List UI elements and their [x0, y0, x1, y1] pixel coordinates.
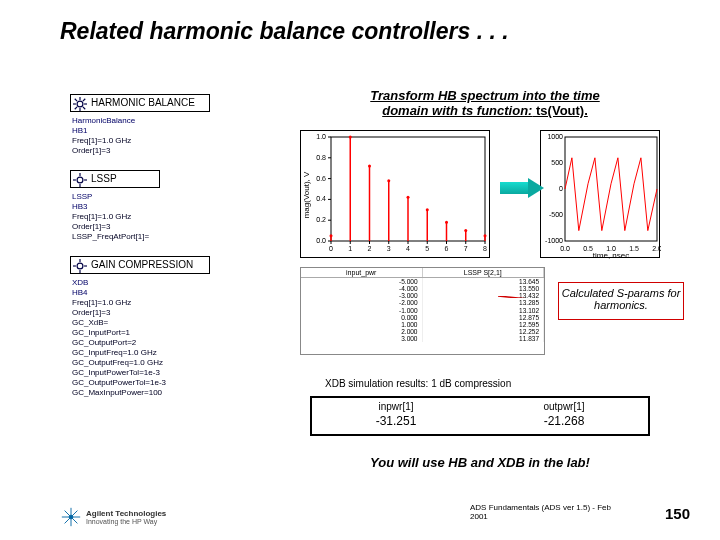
table-cell: 12.252 — [423, 328, 544, 335]
table-cell: 1.000 — [301, 321, 422, 328]
table-cell: 13.550 — [423, 285, 544, 292]
hb-controller-box: HARMONIC BALANCE — [70, 94, 210, 112]
svg-point-51 — [330, 234, 333, 237]
svg-point-14 — [77, 263, 83, 269]
table-cell: -5.000 — [301, 278, 422, 285]
svg-text:0.0: 0.0 — [560, 245, 570, 252]
lssp-params: LSSP HB3 Freq[1]=1.0 GHz Order[1]=3 LSSP… — [72, 192, 149, 242]
svg-text:8: 8 — [483, 245, 487, 252]
agilent-logo: Agilent Technologies Innovating the HP W… — [60, 506, 166, 528]
svg-text:5: 5 — [425, 245, 429, 252]
table-cell: -2.000 — [301, 299, 422, 306]
svg-line-8 — [75, 107, 77, 109]
callout-connector — [498, 296, 558, 298]
table-cell: 0.000 — [301, 314, 422, 321]
time-chart: -1000-500050010000.00.51.01.52.0time, ns… — [540, 130, 660, 258]
svg-text:0.8: 0.8 — [316, 154, 326, 161]
svg-text:0: 0 — [329, 245, 333, 252]
starburst-icon — [60, 506, 82, 528]
lssp-table: input_pwr LSSP S[2,1] -5.000-4.000-3.000… — [300, 267, 545, 355]
svg-point-9 — [77, 177, 83, 183]
xdb-in-value: -31.251 — [312, 414, 480, 428]
svg-text:1.5: 1.5 — [629, 245, 639, 252]
gear-icon — [73, 259, 87, 273]
svg-line-81 — [498, 296, 558, 298]
gear-icon — [73, 97, 87, 111]
table-cell: 13.102 — [423, 307, 544, 314]
svg-text:0.2: 0.2 — [316, 216, 326, 223]
svg-point-63 — [445, 221, 448, 224]
table-cell: 13.285 — [423, 299, 544, 306]
table-cell: 12.875 — [423, 314, 544, 321]
svg-text:7: 7 — [464, 245, 468, 252]
subtitle: Transform HB spectrum into the time doma… — [315, 88, 655, 118]
svg-text:0: 0 — [559, 185, 563, 192]
spectrum-chart: 0.00.20.40.60.81.0012345678mag(Vout), V — [300, 130, 490, 258]
slide-title: Related harmonic balance controllers . .… — [60, 18, 509, 45]
svg-point-67 — [484, 234, 487, 237]
svg-text:3: 3 — [387, 245, 391, 252]
svg-text:2: 2 — [368, 245, 372, 252]
svg-text:0.5: 0.5 — [583, 245, 593, 252]
table-cell: -1.000 — [301, 307, 422, 314]
lssp-controller-box: LSSP — [70, 170, 160, 188]
svg-point-65 — [464, 229, 467, 232]
svg-line-7 — [83, 99, 85, 101]
svg-point-55 — [368, 165, 371, 168]
callout-box: Calculated S-params for harmonics. — [558, 282, 684, 320]
table-cell: 3.000 — [301, 335, 422, 342]
lab-note: You will use HB and XDB in the lab! — [300, 455, 660, 470]
svg-text:-1000: -1000 — [545, 237, 563, 244]
gc-params: XDB HB4 Freq[1]=1.0 GHz Order[1]=3 GC_Xd… — [72, 278, 166, 398]
svg-text:1000: 1000 — [547, 133, 563, 140]
svg-point-61 — [426, 208, 429, 211]
svg-text:mag(Vout), V: mag(Vout), V — [302, 171, 311, 218]
xdb-out-value: -21.268 — [480, 414, 648, 428]
table-cell: -4.000 — [301, 285, 422, 292]
svg-text:6: 6 — [445, 245, 449, 252]
footer-text: ADS Fundamentals (ADS ver 1.5) - Feb 200… — [470, 504, 630, 522]
xdb-caption: XDB simulation results: 1 dB compression — [325, 378, 511, 389]
table-cell: 2.000 — [301, 328, 422, 335]
page-number: 150 — [665, 505, 690, 522]
xdb-in-label: inpwr[1] — [312, 401, 480, 412]
gear-icon — [73, 173, 87, 187]
table-header: input_pwr — [301, 268, 423, 277]
svg-text:4: 4 — [406, 245, 410, 252]
svg-text:time, nsec: time, nsec — [593, 251, 629, 259]
hb-params: HarmonicBalance HB1 Freq[1]=1.0 GHz Orde… — [72, 116, 135, 156]
svg-text:1.0: 1.0 — [316, 133, 326, 140]
table-header: LSSP S[2,1] — [423, 268, 545, 277]
svg-text:0.4: 0.4 — [316, 195, 326, 202]
table-cell: 12.595 — [423, 321, 544, 328]
svg-line-5 — [75, 99, 77, 101]
svg-point-57 — [387, 179, 390, 182]
xdb-result-box: inpwr[1] -31.251 outpwr[1] -21.268 — [310, 396, 650, 436]
svg-point-59 — [407, 196, 410, 199]
svg-text:-500: -500 — [549, 211, 563, 218]
gc-controller-box: GAIN COMPRESSION — [70, 256, 210, 274]
svg-text:500: 500 — [551, 159, 563, 166]
svg-text:1: 1 — [348, 245, 352, 252]
svg-text:0.6: 0.6 — [316, 175, 326, 182]
table-cell: 11.837 — [423, 335, 544, 342]
svg-point-53 — [349, 136, 352, 139]
svg-point-0 — [77, 101, 83, 107]
lssp-box-label: LSSP — [91, 173, 117, 184]
svg-text:2.0: 2.0 — [652, 245, 661, 252]
gc-box-label: GAIN COMPRESSION — [91, 259, 193, 270]
xdb-out-label: outpwr[1] — [480, 401, 648, 412]
hb-box-label: HARMONIC BALANCE — [91, 97, 195, 108]
svg-line-6 — [83, 107, 85, 109]
table-cell: 13.645 — [423, 278, 544, 285]
arrow-icon — [500, 178, 544, 198]
table-cell: -3.000 — [301, 292, 422, 299]
svg-text:0.0: 0.0 — [316, 237, 326, 244]
